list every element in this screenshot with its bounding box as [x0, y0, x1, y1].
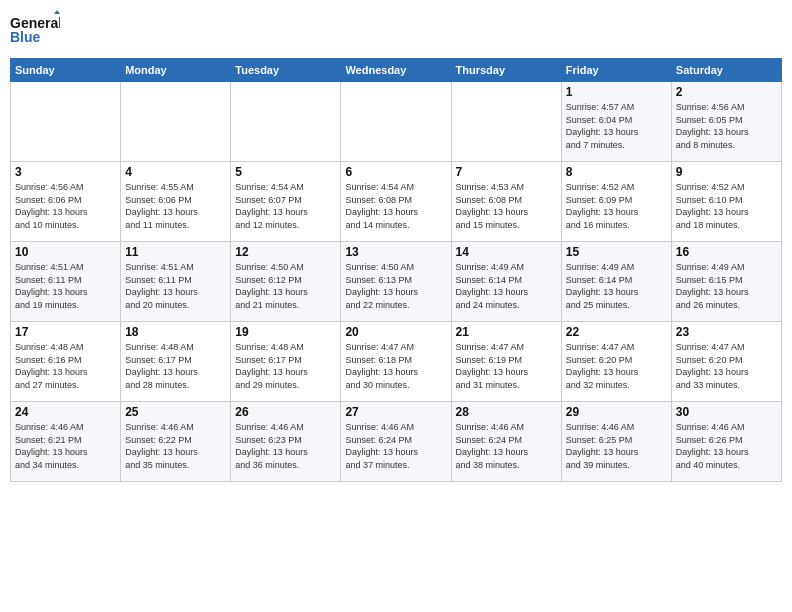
day-number: 1: [566, 85, 667, 99]
day-info: Sunrise: 4:47 AM Sunset: 6:20 PM Dayligh…: [676, 341, 777, 391]
calendar-header: SundayMondayTuesdayWednesdayThursdayFrid…: [11, 59, 782, 82]
calendar-cell: 20Sunrise: 4:47 AM Sunset: 6:18 PM Dayli…: [341, 322, 451, 402]
calendar-cell: [121, 82, 231, 162]
day-info: Sunrise: 4:53 AM Sunset: 6:08 PM Dayligh…: [456, 181, 557, 231]
day-info: Sunrise: 4:46 AM Sunset: 6:25 PM Dayligh…: [566, 421, 667, 471]
calendar-cell: 14Sunrise: 4:49 AM Sunset: 6:14 PM Dayli…: [451, 242, 561, 322]
day-info: Sunrise: 4:46 AM Sunset: 6:22 PM Dayligh…: [125, 421, 226, 471]
day-number: 23: [676, 325, 777, 339]
calendar-cell: 9Sunrise: 4:52 AM Sunset: 6:10 PM Daylig…: [671, 162, 781, 242]
day-number: 18: [125, 325, 226, 339]
calendar-cell: 21Sunrise: 4:47 AM Sunset: 6:19 PM Dayli…: [451, 322, 561, 402]
day-info: Sunrise: 4:56 AM Sunset: 6:05 PM Dayligh…: [676, 101, 777, 151]
day-number: 2: [676, 85, 777, 99]
svg-text:Blue: Blue: [10, 29, 41, 45]
calendar-cell: 12Sunrise: 4:50 AM Sunset: 6:12 PM Dayli…: [231, 242, 341, 322]
calendar-cell: [341, 82, 451, 162]
day-info: Sunrise: 4:46 AM Sunset: 6:23 PM Dayligh…: [235, 421, 336, 471]
calendar-table: SundayMondayTuesdayWednesdayThursdayFrid…: [10, 58, 782, 482]
header: General Blue: [10, 10, 782, 50]
day-info: Sunrise: 4:46 AM Sunset: 6:24 PM Dayligh…: [456, 421, 557, 471]
day-info: Sunrise: 4:49 AM Sunset: 6:14 PM Dayligh…: [456, 261, 557, 311]
weekday-header-sunday: Sunday: [11, 59, 121, 82]
day-number: 6: [345, 165, 446, 179]
day-number: 28: [456, 405, 557, 419]
day-number: 15: [566, 245, 667, 259]
day-number: 24: [15, 405, 116, 419]
calendar-cell: 3Sunrise: 4:56 AM Sunset: 6:06 PM Daylig…: [11, 162, 121, 242]
calendar-cell: 29Sunrise: 4:46 AM Sunset: 6:25 PM Dayli…: [561, 402, 671, 482]
day-info: Sunrise: 4:52 AM Sunset: 6:09 PM Dayligh…: [566, 181, 667, 231]
day-number: 11: [125, 245, 226, 259]
day-info: Sunrise: 4:48 AM Sunset: 6:17 PM Dayligh…: [235, 341, 336, 391]
calendar-cell: 8Sunrise: 4:52 AM Sunset: 6:09 PM Daylig…: [561, 162, 671, 242]
day-number: 16: [676, 245, 777, 259]
calendar-cell: 11Sunrise: 4:51 AM Sunset: 6:11 PM Dayli…: [121, 242, 231, 322]
calendar-cell: 10Sunrise: 4:51 AM Sunset: 6:11 PM Dayli…: [11, 242, 121, 322]
day-info: Sunrise: 4:50 AM Sunset: 6:13 PM Dayligh…: [345, 261, 446, 311]
day-number: 17: [15, 325, 116, 339]
day-number: 9: [676, 165, 777, 179]
calendar-cell: 4Sunrise: 4:55 AM Sunset: 6:06 PM Daylig…: [121, 162, 231, 242]
weekday-header-friday: Friday: [561, 59, 671, 82]
calendar-cell: 15Sunrise: 4:49 AM Sunset: 6:14 PM Dayli…: [561, 242, 671, 322]
calendar-cell: 24Sunrise: 4:46 AM Sunset: 6:21 PM Dayli…: [11, 402, 121, 482]
day-info: Sunrise: 4:47 AM Sunset: 6:19 PM Dayligh…: [456, 341, 557, 391]
calendar-cell: 25Sunrise: 4:46 AM Sunset: 6:22 PM Dayli…: [121, 402, 231, 482]
week-row-3: 10Sunrise: 4:51 AM Sunset: 6:11 PM Dayli…: [11, 242, 782, 322]
day-info: Sunrise: 4:52 AM Sunset: 6:10 PM Dayligh…: [676, 181, 777, 231]
calendar-cell: 19Sunrise: 4:48 AM Sunset: 6:17 PM Dayli…: [231, 322, 341, 402]
weekday-header-saturday: Saturday: [671, 59, 781, 82]
day-info: Sunrise: 4:50 AM Sunset: 6:12 PM Dayligh…: [235, 261, 336, 311]
day-number: 14: [456, 245, 557, 259]
calendar-cell: 28Sunrise: 4:46 AM Sunset: 6:24 PM Dayli…: [451, 402, 561, 482]
day-info: Sunrise: 4:46 AM Sunset: 6:24 PM Dayligh…: [345, 421, 446, 471]
day-info: Sunrise: 4:47 AM Sunset: 6:20 PM Dayligh…: [566, 341, 667, 391]
day-info: Sunrise: 4:46 AM Sunset: 6:26 PM Dayligh…: [676, 421, 777, 471]
week-row-5: 24Sunrise: 4:46 AM Sunset: 6:21 PM Dayli…: [11, 402, 782, 482]
day-number: 25: [125, 405, 226, 419]
weekday-header-row: SundayMondayTuesdayWednesdayThursdayFrid…: [11, 59, 782, 82]
calendar-cell: 26Sunrise: 4:46 AM Sunset: 6:23 PM Dayli…: [231, 402, 341, 482]
calendar-cell: [231, 82, 341, 162]
calendar-cell: 13Sunrise: 4:50 AM Sunset: 6:13 PM Dayli…: [341, 242, 451, 322]
day-number: 4: [125, 165, 226, 179]
day-info: Sunrise: 4:54 AM Sunset: 6:07 PM Dayligh…: [235, 181, 336, 231]
calendar-cell: 18Sunrise: 4:48 AM Sunset: 6:17 PM Dayli…: [121, 322, 231, 402]
weekday-header-tuesday: Tuesday: [231, 59, 341, 82]
calendar-cell: 2Sunrise: 4:56 AM Sunset: 6:05 PM Daylig…: [671, 82, 781, 162]
day-number: 13: [345, 245, 446, 259]
logo: General Blue: [10, 10, 60, 50]
calendar-cell: 1Sunrise: 4:57 AM Sunset: 6:04 PM Daylig…: [561, 82, 671, 162]
weekday-header-monday: Monday: [121, 59, 231, 82]
day-number: 20: [345, 325, 446, 339]
day-number: 21: [456, 325, 557, 339]
weekday-header-wednesday: Wednesday: [341, 59, 451, 82]
day-info: Sunrise: 4:47 AM Sunset: 6:18 PM Dayligh…: [345, 341, 446, 391]
calendar-cell: [11, 82, 121, 162]
week-row-2: 3Sunrise: 4:56 AM Sunset: 6:06 PM Daylig…: [11, 162, 782, 242]
day-number: 30: [676, 405, 777, 419]
day-info: Sunrise: 4:48 AM Sunset: 6:17 PM Dayligh…: [125, 341, 226, 391]
calendar-cell: 23Sunrise: 4:47 AM Sunset: 6:20 PM Dayli…: [671, 322, 781, 402]
week-row-4: 17Sunrise: 4:48 AM Sunset: 6:16 PM Dayli…: [11, 322, 782, 402]
calendar-cell: 16Sunrise: 4:49 AM Sunset: 6:15 PM Dayli…: [671, 242, 781, 322]
calendar-cell: 30Sunrise: 4:46 AM Sunset: 6:26 PM Dayli…: [671, 402, 781, 482]
week-row-1: 1Sunrise: 4:57 AM Sunset: 6:04 PM Daylig…: [11, 82, 782, 162]
day-info: Sunrise: 4:49 AM Sunset: 6:15 PM Dayligh…: [676, 261, 777, 311]
calendar-body: 1Sunrise: 4:57 AM Sunset: 6:04 PM Daylig…: [11, 82, 782, 482]
calendar-cell: 17Sunrise: 4:48 AM Sunset: 6:16 PM Dayli…: [11, 322, 121, 402]
day-info: Sunrise: 4:56 AM Sunset: 6:06 PM Dayligh…: [15, 181, 116, 231]
calendar-cell: 5Sunrise: 4:54 AM Sunset: 6:07 PM Daylig…: [231, 162, 341, 242]
day-number: 12: [235, 245, 336, 259]
day-info: Sunrise: 4:51 AM Sunset: 6:11 PM Dayligh…: [15, 261, 116, 311]
day-number: 5: [235, 165, 336, 179]
day-number: 29: [566, 405, 667, 419]
day-info: Sunrise: 4:57 AM Sunset: 6:04 PM Dayligh…: [566, 101, 667, 151]
calendar-cell: 7Sunrise: 4:53 AM Sunset: 6:08 PM Daylig…: [451, 162, 561, 242]
day-info: Sunrise: 4:48 AM Sunset: 6:16 PM Dayligh…: [15, 341, 116, 391]
day-number: 10: [15, 245, 116, 259]
day-info: Sunrise: 4:54 AM Sunset: 6:08 PM Dayligh…: [345, 181, 446, 231]
day-number: 19: [235, 325, 336, 339]
day-number: 3: [15, 165, 116, 179]
